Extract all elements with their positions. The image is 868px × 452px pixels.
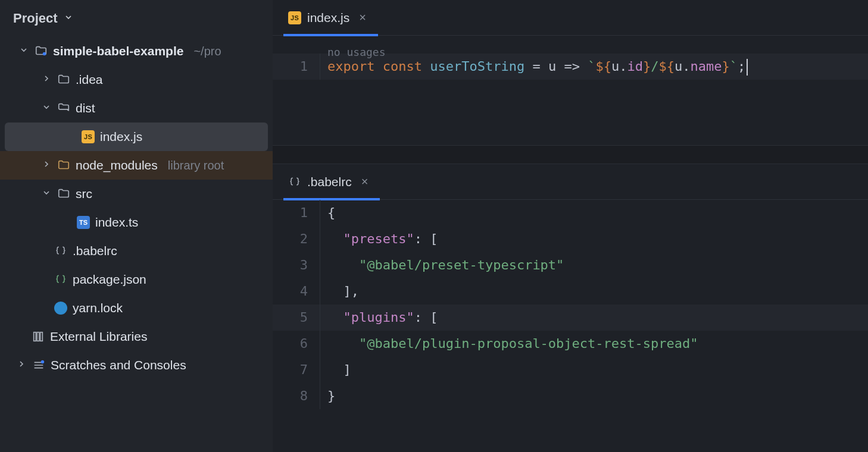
code-content[interactable]: "@babel/plugin-proposal-object-rest-spre… — [320, 331, 698, 357]
tree-item-label: .idea — [76, 73, 103, 87]
tree-item-label: Scratches and Consoles — [51, 358, 186, 372]
editor-area: JS index.js × no usages 1 export const u… — [273, 0, 868, 452]
tree-item-label: package.json — [73, 272, 146, 287]
code-content[interactable]: ], — [320, 278, 359, 305]
token-param: u — [611, 59, 619, 74]
tree-item-label: index.js — [100, 130, 142, 144]
tree-root[interactable]: simple-babel-example ~/pro — [0, 37, 273, 65]
tree-item-src-index[interactable]: TS index.ts — [0, 208, 273, 237]
code-line[interactable]: 4 ], — [273, 278, 868, 305]
code-line[interactable]: 6 "@babel/plugin-proposal-object-rest-sp… — [273, 331, 868, 357]
svg-point-4 — [41, 360, 45, 364]
tree-root-label: simple-babel-example — [53, 44, 183, 58]
folder-icon — [57, 102, 70, 115]
project-folder-icon — [35, 45, 48, 58]
editor-tabs-bottom: .babelrc × — [273, 164, 868, 200]
token-param: u — [548, 59, 556, 74]
code-line[interactable]: 5 "plugins": [ — [273, 305, 868, 331]
tree-item-label: src — [76, 187, 92, 201]
project-tool-header[interactable]: Project — [0, 0, 273, 34]
tree-item-scratches[interactable]: Scratches and Consoles — [0, 351, 273, 379]
tree-item-src[interactable]: src — [0, 180, 273, 208]
editor-pane-top: JS index.js × no usages 1 export const u… — [273, 0, 868, 145]
editor-pane-bottom: .babelrc × 1 { 2 "presets": [ 3 "@babel/… — [273, 164, 868, 452]
token-template: ${ — [595, 59, 611, 74]
chevron-down-icon[interactable] — [41, 188, 52, 200]
yarn-icon — [54, 302, 67, 315]
token-keyword: const — [383, 59, 422, 74]
line-number: 5 — [273, 305, 320, 331]
chevron-down-icon — [64, 12, 73, 25]
project-tree: simple-babel-example ~/pro .idea dist — [0, 34, 273, 379]
code-content[interactable]: } — [320, 383, 335, 409]
token-template: } — [722, 59, 729, 74]
tab-label: index.js — [307, 11, 349, 25]
folder-icon — [57, 159, 70, 172]
code-editor-top[interactable]: no usages 1 export const userToString = … — [273, 36, 868, 145]
line-number: 4 — [273, 278, 320, 305]
tree-item-label: dist — [76, 101, 95, 115]
editor-tabs-top: JS index.js × — [273, 0, 868, 36]
line-number: 3 — [273, 252, 320, 278]
usages-hint: no usages — [327, 39, 386, 65]
tree-item-idea[interactable]: .idea — [0, 65, 273, 94]
chevron-right-icon[interactable] — [16, 359, 27, 371]
token-prop: name — [690, 59, 722, 74]
code-line[interactable]: 2 "presets": [ — [273, 226, 868, 252]
tree-root-hint: ~/pro — [193, 45, 221, 58]
tree-item-label: .babelrc — [73, 244, 117, 258]
tree-item-dist[interactable]: dist — [0, 94, 273, 123]
tree-item-external-libraries[interactable]: External Libraries — [0, 322, 273, 351]
code-content[interactable]: "plugins": [ — [320, 305, 438, 331]
code-content[interactable]: ] — [320, 357, 351, 383]
token-punc: ], — [344, 284, 360, 299]
chevron-right-icon[interactable] — [41, 74, 52, 86]
token-string: / — [651, 59, 658, 74]
line-number: 6 — [273, 331, 320, 357]
tree-item-package-json[interactable]: package.json — [0, 265, 273, 294]
tree-item-node-modules[interactable]: node_modules library root — [0, 151, 273, 180]
code-content[interactable]: { — [320, 200, 335, 226]
token-key: "plugins" — [344, 310, 414, 325]
folder-icon — [57, 187, 70, 200]
token-template: ${ — [658, 59, 675, 74]
token-string: ` — [588, 59, 595, 74]
code-line[interactable]: 8 } — [273, 383, 868, 409]
line-number: 1 — [273, 200, 320, 226]
code-line[interactable]: 7 ] — [273, 357, 868, 383]
token-punc: = — [524, 59, 548, 74]
braces-icon — [288, 175, 301, 189]
tree-item-dist-index[interactable]: JS index.js — [5, 123, 268, 151]
tree-item-babelrc[interactable]: .babelrc — [0, 237, 273, 265]
code-content[interactable]: "@babel/preset-typescript" — [320, 252, 564, 278]
tab-babelrc[interactable]: .babelrc × — [286, 164, 377, 200]
js-file-icon: JS — [288, 11, 301, 24]
tab-index-js[interactable]: JS index.js × — [286, 0, 376, 36]
braces-icon — [54, 273, 67, 286]
project-title: Project — [13, 11, 58, 26]
folder-icon — [57, 73, 70, 86]
tree-item-yarn-lock[interactable]: yarn.lock — [0, 294, 273, 322]
close-icon[interactable]: × — [361, 175, 369, 189]
chevron-down-icon[interactable] — [41, 102, 52, 114]
code-line[interactable]: 1 { — [273, 200, 868, 226]
code-content[interactable]: "presets": [ — [320, 226, 438, 252]
tree-item-label: External Libraries — [50, 329, 147, 344]
tree-item-label: node_modules — [76, 158, 158, 172]
tree-item-label: yarn.lock — [73, 301, 123, 315]
pane-separator[interactable] — [273, 145, 868, 164]
chevron-right-icon[interactable] — [41, 159, 52, 171]
token-string: "@babel/plugin-proposal-object-rest-spre… — [359, 336, 698, 351]
code-editor-bottom[interactable]: 1 { 2 "presets": [ 3 "@babel/preset-type… — [273, 200, 868, 409]
ts-file-icon: TS — [77, 216, 90, 229]
project-sidebar: Project simple-babel-example ~/pro — [0, 0, 273, 452]
code-line[interactable]: 3 "@babel/preset-typescript" — [273, 252, 868, 278]
svg-rect-2 — [37, 332, 39, 341]
line-number: 8 — [273, 383, 320, 409]
token-prop: id — [627, 59, 643, 74]
chevron-down-icon[interactable] — [18, 45, 29, 57]
close-icon[interactable]: × — [359, 11, 366, 24]
tree-item-hint: library root — [168, 159, 224, 172]
tree-item-label: index.ts — [95, 215, 138, 230]
svg-point-0 — [43, 52, 46, 56]
